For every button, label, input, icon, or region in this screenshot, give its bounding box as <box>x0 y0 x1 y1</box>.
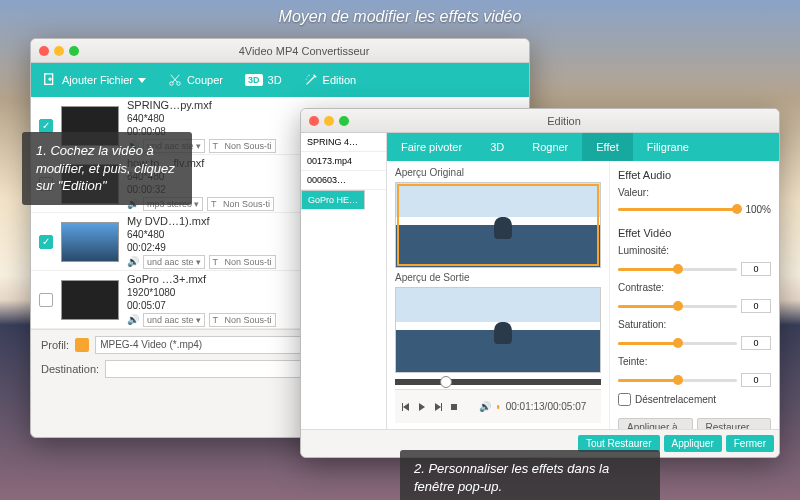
seek-bar[interactable] <box>395 379 601 385</box>
deinterlace-row[interactable]: Désentrelacement <box>618 393 771 406</box>
cut-label: Couper <box>187 74 223 86</box>
brightness-input[interactable] <box>741 262 771 276</box>
prev-icon[interactable] <box>401 402 411 412</box>
edition-window: Edition SPRING 4… 00173.mp4 000603… GoPr… <box>300 108 780 458</box>
main-titlebar: 4Video MP4 Convertisseur <box>31 39 529 63</box>
add-file-label: Ajouter Fichier <box>62 74 133 86</box>
seek-knob[interactable] <box>440 376 452 388</box>
cut-button[interactable]: Couper <box>164 71 227 89</box>
zoom-icon[interactable] <box>69 46 79 56</box>
tint-input[interactable] <box>741 373 771 387</box>
play-icon[interactable] <box>417 402 427 412</box>
minimize-icon[interactable] <box>54 46 64 56</box>
tint-label: Teinte: <box>618 356 674 367</box>
original-preview <box>395 182 601 268</box>
scissors-icon <box>168 73 182 87</box>
audio-value-slider[interactable] <box>618 208 741 211</box>
tab-three-d[interactable]: 3D <box>476 133 518 161</box>
tip-2: 2. Personnaliser les effets dans la fenê… <box>400 450 660 500</box>
tab-rotate[interactable]: Faire pivoter <box>387 133 476 161</box>
mp4-icon <box>75 338 89 352</box>
edition-titlebar: Edition <box>301 109 779 133</box>
destination-label: Destination: <box>41 363 99 375</box>
file-thumbnail <box>61 222 119 262</box>
contrast-slider[interactable] <box>618 305 737 308</box>
subtitle-select[interactable]: T Non Sous-ti <box>209 139 276 153</box>
three-d-label: 3D <box>268 74 282 86</box>
video-effect-title: Effet Vidéo <box>618 227 771 239</box>
stop-icon[interactable] <box>449 402 459 412</box>
contrast-input[interactable] <box>741 299 771 313</box>
list-item[interactable]: GoPro HE… <box>301 190 365 210</box>
audio-effect-title: Effet Audio <box>618 169 771 181</box>
preview-pane: Aperçu Original Aperçu de Sortie 🔊 <box>387 161 609 429</box>
timecode: 00:01:13/00:05:07 <box>506 401 587 412</box>
deinterlace-checkbox[interactable] <box>618 393 631 406</box>
file-thumbnail <box>61 280 119 320</box>
svg-rect-5 <box>451 404 457 410</box>
effects-panel: Effet Audio Valeur: 100% Effet Vidéo Lum… <box>609 161 779 429</box>
list-item[interactable]: 00173.mp4 <box>301 152 386 171</box>
tint-slider[interactable] <box>618 379 737 382</box>
minimize-icon[interactable] <box>324 116 334 126</box>
page-heading: Moyen de modifier les effets vidéo <box>0 8 800 26</box>
speaker-icon: 🔊 <box>127 256 139 267</box>
subtitle-select[interactable]: T Non Sous-ti <box>209 313 276 327</box>
edition-window-title: Edition <box>357 115 771 127</box>
saturation-input[interactable] <box>741 336 771 350</box>
file-checkbox[interactable]: ✓ <box>39 235 53 249</box>
tab-watermark[interactable]: Filigrane <box>633 133 703 161</box>
main-toolbar: Ajouter Fichier Couper 3D 3D Edition <box>31 63 529 97</box>
add-file-button[interactable]: Ajouter Fichier <box>39 71 150 89</box>
restore-default-button[interactable]: Restaurer par défaut <box>697 418 772 429</box>
chevron-down-icon <box>138 78 146 83</box>
profile-label: Profil: <box>41 339 69 351</box>
close-icon[interactable] <box>309 116 319 126</box>
zoom-icon[interactable] <box>339 116 349 126</box>
tab-crop[interactable]: Rogner <box>518 133 582 161</box>
list-item[interactable]: 000603… <box>301 171 386 190</box>
audio-select[interactable]: und aac ste ▾ <box>143 313 205 327</box>
brightness-slider[interactable] <box>618 268 737 271</box>
original-preview-label: Aperçu Original <box>395 167 601 178</box>
contrast-label: Contraste: <box>618 282 674 293</box>
value-label: Valeur: <box>618 187 674 198</box>
close-button[interactable]: Fermer <box>726 435 774 452</box>
subtitle-select[interactable]: T Non Sous-ti <box>207 197 274 211</box>
apply-all-button[interactable]: Appliquer à tous <box>618 418 693 429</box>
file-checkbox[interactable]: ✓ <box>39 119 53 133</box>
file-checkbox[interactable] <box>39 293 53 307</box>
audio-value-pct: 100% <box>745 204 771 215</box>
edition-tabs: Faire pivoter 3D Rogner Effet Filigrane <box>387 133 779 161</box>
three-d-button[interactable]: 3D 3D <box>241 72 286 88</box>
volume-slider[interactable] <box>497 405 500 409</box>
output-preview-label: Aperçu de Sortie <box>395 272 601 283</box>
tip-1: 1. Cochez la vidéo à modifier, et puis, … <box>22 132 192 205</box>
saturation-slider[interactable] <box>618 342 737 345</box>
deinterlace-label: Désentrelacement <box>635 394 716 405</box>
subtitle-select[interactable]: T Non Sous-ti <box>209 255 276 269</box>
player-controls: 🔊 00:01:13/00:05:07 <box>395 389 601 423</box>
edition-file-list: SPRING 4… 00173.mp4 000603… GoPro HE… <box>301 133 387 429</box>
next-icon[interactable] <box>433 402 443 412</box>
file-plus-icon <box>43 73 57 87</box>
svg-rect-4 <box>441 403 442 411</box>
audio-select[interactable]: und aac ste ▾ <box>143 255 205 269</box>
tab-effect[interactable]: Effet <box>582 133 632 161</box>
brightness-label: Luminosité: <box>618 245 674 256</box>
close-icon[interactable] <box>39 46 49 56</box>
list-item[interactable]: SPRING 4… <box>301 133 386 152</box>
edition-label: Edition <box>323 74 357 86</box>
main-window-title: 4Video MP4 Convertisseur <box>87 45 521 57</box>
wand-icon <box>304 73 318 87</box>
svg-rect-3 <box>402 403 403 411</box>
saturation-label: Saturation: <box>618 319 674 330</box>
apply-button[interactable]: Appliquer <box>664 435 722 452</box>
speaker-icon: 🔊 <box>127 314 139 325</box>
volume-icon[interactable]: 🔊 <box>479 401 491 412</box>
output-preview <box>395 287 601 373</box>
edition-button[interactable]: Edition <box>300 71 361 89</box>
three-d-icon: 3D <box>245 74 263 86</box>
